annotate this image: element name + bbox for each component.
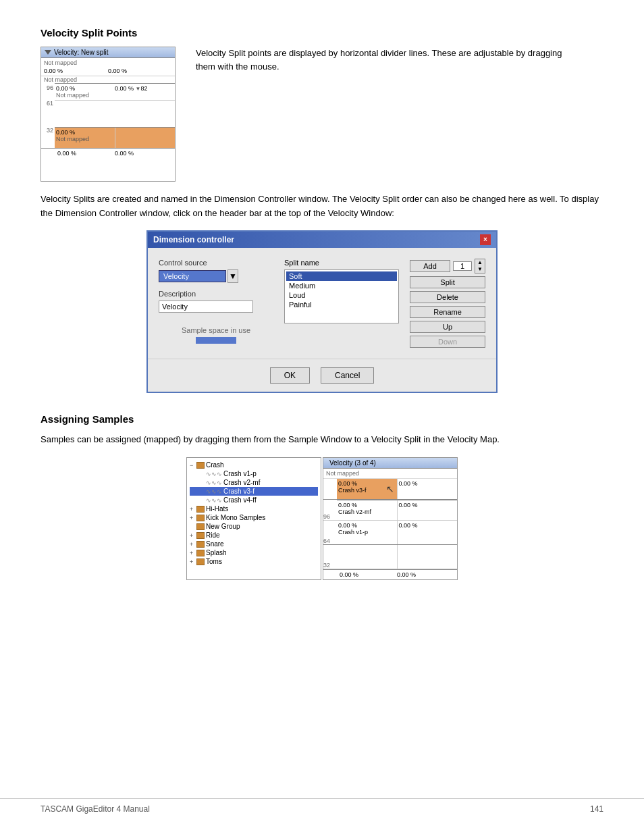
avm-cells-96: 0.00 % Crash v2-mf 0.00 % (337, 500, 457, 520)
control-source-dropdown-arrow[interactable]: ▼ (227, 269, 238, 283)
tree-label-ride: Ride (206, 531, 220, 539)
avm-label-empty-top (323, 479, 337, 499)
wave-icon-v4ff: ∿∿∿ (206, 497, 222, 504)
tree-splash: + Splash (190, 548, 318, 557)
tree-kick: + Kick Mono Samples (190, 513, 318, 522)
vm-cell-1a: 0.00 % (44, 68, 108, 74)
vm-cell-32a: 0.00 % Not mapped (55, 128, 115, 148)
folder-icon-hihats (196, 506, 205, 513)
cancel-button[interactable]: Cancel (321, 367, 374, 384)
vm-label-96: 96 (41, 83, 55, 91)
tree-ride: + Ride (190, 531, 318, 540)
spinner-down[interactable]: ▼ (475, 266, 485, 273)
tree-label-toms: Toms (206, 558, 222, 565)
folder-icon-splash (196, 550, 205, 556)
tree-expand-ride: + (190, 532, 195, 539)
tree-expand-toms: + (190, 558, 195, 565)
avm-pct-96-right: 0.00 % (399, 502, 456, 509)
vm-cell-bb: 0.00 % (115, 150, 172, 157)
assign-samples-image: − Crash ∿∿∿ Crash v1-p ∿∿∿ Crash v2-mf ∿… (41, 457, 603, 580)
split-items-list: Soft Medium Loud Painful (284, 269, 399, 323)
vm-row-32: 32 0.00 % Not mapped (41, 127, 175, 148)
vm-row-1: 0.00 % 0.00 % (41, 66, 175, 76)
avm-label-32: 32 (323, 545, 337, 569)
control-source-select[interactable]: Velocity (159, 270, 226, 282)
dim-body: Control source Velocity ▼ Description Sa… (148, 248, 496, 359)
tree-crash: − Crash (190, 461, 318, 469)
control-source-label: Control source (159, 259, 273, 267)
tree-expand-snare: + (190, 541, 195, 548)
dimension-controller-wrapper: Dimension controller × Control source Ve… (41, 230, 603, 393)
tree-label-crash-v3f: Crash v3-f (223, 488, 254, 495)
folder-icon-crash (196, 462, 205, 469)
split-item-medium[interactable]: Medium (286, 281, 397, 290)
sample-space-label: Sample space in use (159, 326, 273, 334)
up-button[interactable]: Up (410, 321, 485, 333)
avm-name-64-left: Crash v1-p (338, 529, 396, 536)
tree-newgroup: New Group (190, 522, 318, 531)
vm-nm-32a: Not mapped (56, 136, 113, 142)
split-button[interactable]: Split (410, 276, 485, 288)
assign-velocity-map: Velocity (3 of 4) Not mapped 0.00 % Cras… (323, 457, 458, 580)
assigning-samples-paragraph: Samples can be assigned (mapped) by drag… (41, 433, 603, 447)
rename-button[interactable]: Rename (410, 306, 485, 318)
description-input[interactable] (159, 301, 253, 313)
dim-left: Control source Velocity ▼ Description Sa… (159, 259, 273, 348)
tree-crash-v3f: ∿∿∿ Crash v3-f (190, 487, 318, 496)
vm-row-bottom: 0.00 % 0.00 % (41, 148, 175, 158)
ok-button[interactable]: OK (270, 367, 310, 384)
wave-icon-v1p: ∿∿∿ (206, 471, 222, 477)
delete-button[interactable]: Delete (410, 291, 485, 303)
folder-icon-toms (196, 558, 205, 565)
tree-label-kick: Kick Mono Samples (206, 514, 265, 521)
vm-row-96: 96 0.00 % 0.00 % ▼82 Not mapped (41, 83, 175, 100)
vm-cell-32b (115, 128, 176, 148)
add-spinner: ▲ ▼ (475, 259, 485, 273)
avm-pct-top-right: 0.00 % (399, 480, 456, 487)
folder-icon-ride (196, 532, 205, 539)
avm-pct-64-left: 0.00 % (338, 522, 396, 529)
vm-cell-1b: 0.00 % (108, 68, 172, 74)
folder-icon-kick (196, 515, 205, 521)
sample-tree: − Crash ∿∿∿ Crash v1-p ∿∿∿ Crash v2-mf ∿… (186, 457, 321, 580)
avm-cell-top-right: 0.00 % (398, 479, 458, 499)
tree-label-splash: Splash (206, 549, 227, 556)
split-item-loud[interactable]: Loud (286, 290, 397, 300)
add-row: Add ▲ ▼ (410, 259, 485, 273)
avm-row-32: 32 (323, 545, 457, 569)
dim-split-list: Split name Soft Medium Loud Painful (284, 259, 399, 348)
avm-cell-64-left: 0.00 % Crash v1-p (337, 521, 398, 544)
avm-cell-96-left: 0.00 % Crash v2-mf (337, 500, 398, 520)
spinner-up[interactable]: ▲ (475, 259, 485, 266)
add-button[interactable]: Add (410, 260, 450, 272)
split-item-soft[interactable]: Soft (286, 271, 397, 281)
tree-expand-hihats: + (190, 506, 195, 513)
avm-label-96: 96 (323, 500, 337, 520)
vm-cell-ba: 0.00 % (57, 150, 115, 157)
page-footer: TASCAM GigaEditor 4 Manual 141 (0, 798, 644, 814)
folder-icon-newgroup (196, 523, 205, 530)
footer-right: 141 (590, 804, 603, 814)
velocity-map-box: Velocity: New split Not mapped 0.00 % 0.… (41, 47, 176, 182)
avm-cell-96-right: 0.00 % (398, 500, 458, 520)
tree-expand-crash: − (190, 462, 195, 469)
avm-header-label: Velocity (3 of 4) (329, 459, 376, 467)
tree-snare: + Snare (190, 540, 318, 548)
control-source-wrapper: Velocity ▼ (159, 269, 273, 283)
folder-icon-snare (196, 541, 205, 548)
avm-name-96-left: Crash v2-mf (338, 509, 396, 515)
avm-row-96: 96 0.00 % Crash v2-mf 0.00 % (323, 500, 457, 521)
tree-label-crash-v4ff: Crash v4-ff (223, 496, 257, 504)
velocity-split-description: Velocity Split points are displayed by h… (196, 47, 574, 171)
triangle-icon (45, 50, 51, 55)
split-item-painful[interactable]: Painful (286, 300, 397, 309)
vm-pct-32a: 0.00 % (56, 129, 113, 136)
avm-row-top: 0.00 % Crash v3-f ↖ 0.00 % (323, 479, 457, 500)
vm-row-32-cells: 0.00 % Not mapped (55, 128, 175, 148)
tree-crash-v2mf: ∿∿∿ Crash v2-mf (190, 478, 318, 487)
velocity-split-title: Velocity Split Points (41, 27, 603, 38)
down-button[interactable]: Down (410, 336, 485, 348)
add-spinner-input[interactable] (453, 261, 472, 271)
dim-close-button[interactable]: × (480, 234, 491, 245)
tree-label-crash-v1p: Crash v1-p (223, 470, 257, 477)
